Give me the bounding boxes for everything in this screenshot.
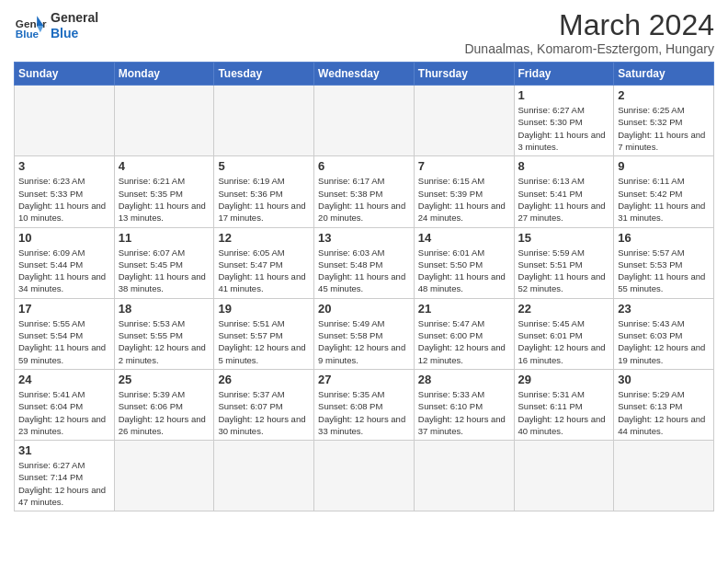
day-cell: 18Sunrise: 5:53 AM Sunset: 5:55 PM Dayli…	[114, 298, 214, 369]
day-info: Sunrise: 6:17 AM Sunset: 5:38 PM Dayligh…	[318, 175, 410, 224]
day-number: 14	[418, 231, 510, 245]
day-info: Sunrise: 6:27 AM Sunset: 7:14 PM Dayligh…	[18, 459, 110, 508]
day-cell	[414, 441, 514, 511]
day-info: Sunrise: 5:37 AM Sunset: 6:07 PM Dayligh…	[218, 388, 310, 437]
day-number: 31	[18, 443, 110, 457]
weekday-header-monday: Monday	[114, 63, 214, 86]
day-number: 30	[618, 373, 710, 386]
week-row-2: 3Sunrise: 6:23 AM Sunset: 5:33 PM Daylig…	[15, 156, 714, 227]
day-info: Sunrise: 5:35 AM Sunset: 6:08 PM Dayligh…	[318, 388, 410, 437]
day-info: Sunrise: 5:29 AM Sunset: 6:13 PM Dayligh…	[618, 388, 710, 437]
day-cell: 8Sunrise: 6:13 AM Sunset: 5:41 PM Daylig…	[514, 156, 614, 227]
week-row-1: 1Sunrise: 6:27 AM Sunset: 5:30 PM Daylig…	[15, 86, 714, 156]
logo-blue-text: Blue	[51, 26, 98, 41]
day-cell	[114, 86, 214, 156]
day-number: 11	[119, 231, 210, 245]
day-info: Sunrise: 6:23 AM Sunset: 5:33 PM Dayligh…	[18, 175, 110, 224]
day-info: Sunrise: 6:01 AM Sunset: 5:50 PM Dayligh…	[418, 247, 510, 295]
day-cell: 16Sunrise: 5:57 AM Sunset: 5:53 PM Dayli…	[614, 227, 714, 298]
day-number: 9	[618, 159, 710, 173]
day-info: Sunrise: 5:41 AM Sunset: 6:04 PM Dayligh…	[18, 388, 110, 437]
day-cell	[514, 441, 614, 511]
title-block: March 2024 Dunaalmas, Komarom-Esztergom,…	[464, 9, 714, 56]
day-number: 6	[318, 159, 410, 173]
day-number: 1	[518, 88, 610, 102]
month-year: March 2024	[464, 9, 714, 41]
day-info: Sunrise: 5:31 AM Sunset: 6:11 PM Dayligh…	[518, 388, 610, 437]
day-cell: 20Sunrise: 5:49 AM Sunset: 5:58 PM Dayli…	[314, 298, 415, 369]
day-cell: 21Sunrise: 5:47 AM Sunset: 6:00 PM Dayli…	[414, 298, 514, 369]
day-cell: 17Sunrise: 5:55 AM Sunset: 5:54 PM Dayli…	[15, 298, 115, 369]
day-number: 25	[119, 373, 210, 386]
weekday-header-row: SundayMondayTuesdayWednesdayThursdayFrid…	[15, 63, 714, 86]
day-number: 22	[518, 302, 610, 316]
day-number: 13	[318, 231, 410, 245]
day-cell: 4Sunrise: 6:21 AM Sunset: 5:35 PM Daylig…	[114, 156, 214, 227]
day-cell	[15, 86, 115, 156]
weekday-header-tuesday: Tuesday	[214, 63, 314, 86]
day-info: Sunrise: 6:21 AM Sunset: 5:35 PM Dayligh…	[119, 175, 210, 224]
day-info: Sunrise: 5:57 AM Sunset: 5:53 PM Dayligh…	[618, 247, 710, 295]
day-cell	[214, 86, 314, 156]
day-cell: 7Sunrise: 6:15 AM Sunset: 5:39 PM Daylig…	[414, 156, 514, 227]
day-info: Sunrise: 6:13 AM Sunset: 5:41 PM Dayligh…	[518, 175, 610, 224]
day-cell: 31Sunrise: 6:27 AM Sunset: 7:14 PM Dayli…	[15, 441, 115, 511]
week-row-6: 31Sunrise: 6:27 AM Sunset: 7:14 PM Dayli…	[15, 441, 714, 511]
svg-text:Blue: Blue	[16, 28, 40, 40]
day-cell	[114, 441, 214, 511]
day-info: Sunrise: 5:55 AM Sunset: 5:54 PM Dayligh…	[18, 317, 110, 366]
day-cell: 19Sunrise: 5:51 AM Sunset: 5:57 PM Dayli…	[214, 298, 314, 369]
logo: General Blue General Blue	[14, 9, 98, 42]
day-cell: 24Sunrise: 5:41 AM Sunset: 6:04 PM Dayli…	[15, 369, 115, 440]
day-cell	[614, 441, 714, 511]
day-cell	[214, 441, 314, 511]
day-number: 24	[18, 373, 110, 386]
day-cell: 3Sunrise: 6:23 AM Sunset: 5:33 PM Daylig…	[15, 156, 115, 227]
day-number: 12	[218, 231, 310, 245]
day-number: 8	[518, 159, 610, 173]
day-info: Sunrise: 6:11 AM Sunset: 5:42 PM Dayligh…	[618, 175, 710, 224]
calendar: SundayMondayTuesdayWednesdayThursdayFrid…	[14, 62, 714, 511]
day-cell: 14Sunrise: 6:01 AM Sunset: 5:50 PM Dayli…	[414, 227, 514, 298]
weekday-header-wednesday: Wednesday	[314, 63, 415, 86]
day-info: Sunrise: 5:53 AM Sunset: 5:55 PM Dayligh…	[119, 317, 210, 366]
day-cell: 13Sunrise: 6:03 AM Sunset: 5:48 PM Dayli…	[314, 227, 415, 298]
day-info: Sunrise: 6:03 AM Sunset: 5:48 PM Dayligh…	[318, 247, 410, 295]
day-cell: 27Sunrise: 5:35 AM Sunset: 6:08 PM Dayli…	[314, 369, 415, 440]
weekday-header-friday: Friday	[514, 63, 614, 86]
day-number: 29	[518, 373, 610, 386]
logo-icon: General Blue	[14, 9, 47, 42]
day-cell: 22Sunrise: 5:45 AM Sunset: 6:01 PM Dayli…	[514, 298, 614, 369]
day-number: 5	[218, 159, 310, 173]
day-info: Sunrise: 6:27 AM Sunset: 5:30 PM Dayligh…	[518, 104, 610, 153]
day-cell: 30Sunrise: 5:29 AM Sunset: 6:13 PM Dayli…	[614, 369, 714, 440]
day-cell	[314, 441, 415, 511]
day-info: Sunrise: 6:15 AM Sunset: 5:39 PM Dayligh…	[418, 175, 510, 224]
day-number: 10	[18, 231, 110, 245]
day-cell: 23Sunrise: 5:43 AM Sunset: 6:03 PM Dayli…	[614, 298, 714, 369]
weekday-header-saturday: Saturday	[614, 63, 714, 86]
day-number: 28	[418, 373, 510, 386]
day-cell: 5Sunrise: 6:19 AM Sunset: 5:36 PM Daylig…	[214, 156, 314, 227]
day-number: 19	[218, 302, 310, 316]
day-number: 15	[518, 231, 610, 245]
day-number: 23	[618, 302, 710, 316]
day-info: Sunrise: 5:45 AM Sunset: 6:01 PM Dayligh…	[518, 317, 610, 366]
location: Dunaalmas, Komarom-Esztergom, Hungary	[464, 41, 714, 56]
day-number: 21	[418, 302, 510, 316]
day-cell: 25Sunrise: 5:39 AM Sunset: 6:06 PM Dayli…	[114, 369, 214, 440]
day-info: Sunrise: 6:25 AM Sunset: 5:32 PM Dayligh…	[618, 104, 710, 153]
day-info: Sunrise: 6:05 AM Sunset: 5:47 PM Dayligh…	[218, 247, 310, 295]
day-number: 16	[618, 231, 710, 245]
day-info: Sunrise: 6:19 AM Sunset: 5:36 PM Dayligh…	[218, 175, 310, 224]
weekday-header-thursday: Thursday	[414, 63, 514, 86]
day-number: 7	[418, 159, 510, 173]
day-cell	[314, 86, 415, 156]
day-info: Sunrise: 5:59 AM Sunset: 5:51 PM Dayligh…	[518, 247, 610, 295]
day-cell: 29Sunrise: 5:31 AM Sunset: 6:11 PM Dayli…	[514, 369, 614, 440]
week-row-5: 24Sunrise: 5:41 AM Sunset: 6:04 PM Dayli…	[15, 369, 714, 440]
day-number: 4	[119, 159, 210, 173]
day-number: 17	[18, 302, 110, 316]
day-number: 2	[618, 88, 710, 102]
day-cell: 11Sunrise: 6:07 AM Sunset: 5:45 PM Dayli…	[114, 227, 214, 298]
